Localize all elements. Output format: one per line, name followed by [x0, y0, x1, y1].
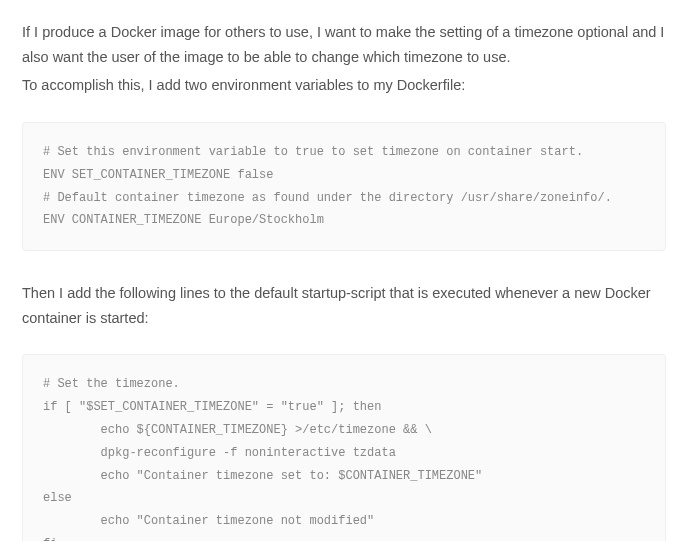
- paragraph-intro-1: If I produce a Docker image for others t…: [22, 20, 666, 69]
- code-block-script: # Set the timezone. if [ "$SET_CONTAINER…: [22, 354, 666, 541]
- paragraph-middle: Then I add the following lines to the de…: [22, 281, 666, 330]
- code-block-dockerfile: # Set this environment variable to true …: [22, 122, 666, 251]
- paragraph-intro-2: To accomplish this, I add two environmen…: [22, 73, 666, 98]
